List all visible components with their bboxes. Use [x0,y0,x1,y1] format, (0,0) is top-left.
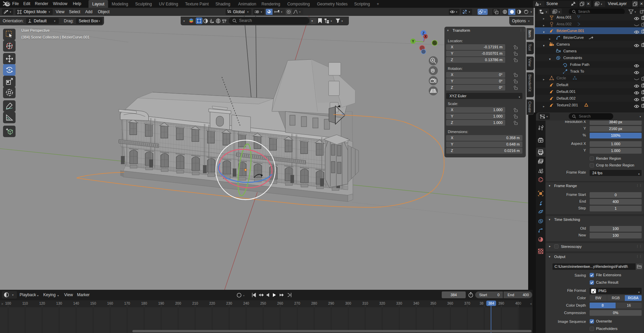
svg-text:350: 350 [430,301,436,305]
svg-text:310: 310 [362,301,368,305]
svg-text:X: X [424,35,427,39]
svg-text:290: 290 [328,301,334,305]
svg-text:384: 384 [488,301,494,305]
svg-text:38: 38 [480,301,484,305]
svg-text:120: 120 [39,301,45,305]
svg-text:˂: ˂ [530,302,532,306]
svg-text:330: 330 [396,301,402,305]
svg-text:240: 240 [243,301,249,305]
svg-text:190: 190 [158,301,164,305]
svg-text:230: 230 [226,301,232,305]
svg-text:150: 150 [90,301,96,305]
svg-text:340: 340 [413,301,419,305]
svg-text:130: 130 [56,301,62,305]
svg-text:390: 390 [498,301,504,305]
svg-text:370: 370 [464,301,470,305]
svg-text:˃: ˃ [1,302,3,306]
svg-text:160: 160 [107,301,113,305]
svg-text:200: 200 [175,301,181,305]
svg-text:Y: Y [412,40,414,43]
svg-text:300: 300 [345,301,351,305]
svg-text:250: 250 [260,301,266,305]
svg-text:320: 320 [379,301,385,305]
svg-text:280: 280 [311,301,317,305]
svg-text:210: 210 [192,301,198,305]
svg-text:170: 170 [124,301,130,305]
svg-text:180: 180 [141,301,147,305]
svg-text:100: 100 [5,301,11,305]
svg-text:260: 260 [277,301,283,305]
svg-text:360: 360 [447,301,453,305]
svg-text:270: 270 [294,301,300,305]
svg-text:140: 140 [73,301,79,305]
svg-text:110: 110 [22,301,28,305]
svg-text:220: 220 [209,301,215,305]
